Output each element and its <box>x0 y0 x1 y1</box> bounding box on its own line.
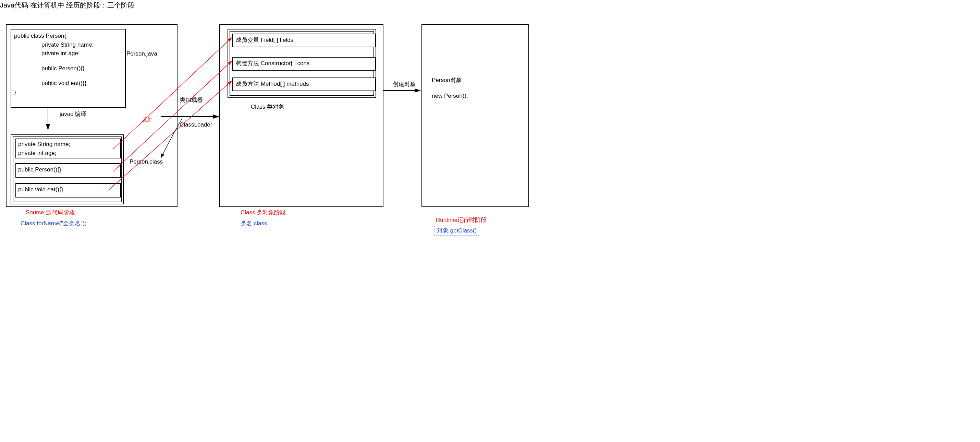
compile-label: javac 编译 <box>60 110 86 118</box>
class-object-box: 成员变量 Field[ ] fields 构造方法 Constructor[ ]… <box>228 29 376 98</box>
stage3-caption-blue-box: 对象.getClass() <box>434 226 479 236</box>
constructors-box: 构造方法 Constructor[ ] cons <box>232 57 375 71</box>
fields-box: 成员变量 Field[ ] fields <box>232 34 375 47</box>
code-line: private String name; <box>18 140 118 149</box>
stage3-caption-blue: 对象.getClass() <box>437 227 477 234</box>
code-line: 构造方法 Constructor[ ] cons <box>236 59 372 68</box>
class-file-label: Person.class <box>129 158 163 165</box>
stage3-box: Person对象 new Person(); <box>422 24 529 207</box>
stage3-caption-red: Runtime运行时阶段 <box>436 216 487 224</box>
code-line: 成员方法 Method[ ] methods <box>236 80 372 88</box>
create-object-label: 创建对象 <box>393 80 416 88</box>
code-line: private int age; <box>18 149 118 158</box>
code-line: public void eat(){} <box>14 79 123 88</box>
source-code-box: public class Person{ private String name… <box>11 29 126 108</box>
stage2-caption-blue: 类名.class <box>240 219 267 227</box>
code-line: public void eat(){} <box>18 185 118 194</box>
code-line: public class Person{ <box>14 32 123 40</box>
compiled-method-box: public void eat(){} <box>16 183 121 198</box>
classloader-label-cn: 类加载器 <box>180 96 203 104</box>
code-line: 成员变量 Field[ ] fields <box>236 36 372 45</box>
classloader-label-en: ClassLoader <box>180 121 212 128</box>
page-title: Java代码 在计算机中 经历的阶段：三个阶段 <box>0 1 135 10</box>
code-line: public Person(){} <box>18 165 118 174</box>
code-line: private int age; <box>14 49 123 58</box>
stage1-caption-blue: Class.forName("全类名"); <box>21 219 86 227</box>
compiled-ctor-box: public Person(){} <box>16 163 121 178</box>
code-line: private String name; <box>14 40 123 49</box>
source-file-label: Person.java <box>126 50 157 57</box>
stage1-box: public class Person{ private String name… <box>6 24 178 207</box>
stage2-caption-red: Class 类对象阶段 <box>240 209 286 216</box>
stage2-box: 成员变量 Field[ ] fields 构造方法 Constructor[ ]… <box>219 24 383 207</box>
code-line: public Person(){} <box>14 64 123 73</box>
code-line: } <box>14 88 123 97</box>
compiled-box: private String name; private int age; pu… <box>11 134 124 204</box>
class-object-label: Class 类对象 <box>251 103 285 111</box>
person-object-label: Person对象 <box>432 76 462 84</box>
stage1-caption-red: Source 源代码阶段 <box>26 209 75 216</box>
compiled-field-box: private String name; private int age; <box>16 139 121 158</box>
new-person-label: new Person(); <box>432 93 468 99</box>
methods-box: 成员方法 Method[ ] methods <box>232 78 375 91</box>
reflection-label: 反射 <box>142 116 152 123</box>
code-line <box>14 73 123 79</box>
code-line <box>14 58 123 64</box>
